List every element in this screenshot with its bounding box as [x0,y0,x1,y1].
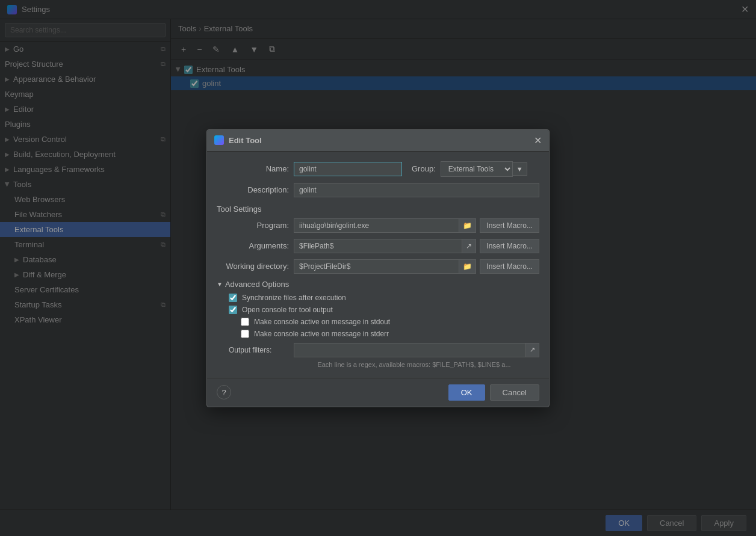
console-stderr-row: Make console active on message in stderr [217,330,539,338]
arguments-field: ↗ [294,239,476,253]
working-directory-browse-button[interactable]: 📁 [459,259,476,274]
working-directory-label: Working directory: [217,262,289,271]
name-input[interactable] [294,162,402,176]
modal-header: Edit Tool ✕ [207,130,549,152]
working-directory-input-group: 📁 Insert Macro... [294,259,539,274]
advanced-arrow-icon: ▼ [217,281,223,288]
arguments-macro-button[interactable]: Insert Macro... [480,239,539,253]
group-label-text: Group: [412,164,436,173]
help-button[interactable]: ? [217,385,231,399]
program-label: Program: [217,221,289,230]
open-console-row: Open console for tool output [217,306,539,314]
sync-files-checkbox[interactable] [229,294,237,302]
modal-app-icon [214,135,224,145]
edit-tool-modal: Edit Tool ✕ Name: Group: External Tools … [206,129,550,407]
console-stdout-label: Make console active on message in stdout [254,318,390,326]
advanced-section: ▼ Advanced Options Synchronize files aft… [217,280,539,368]
console-stdout-checkbox[interactable] [241,318,249,326]
group-dropdown-button[interactable]: ▼ [513,162,527,176]
modal-body: Name: Group: External Tools ▼ Descriptio… [207,152,549,378]
arguments-input[interactable] [294,239,462,253]
description-row: Description: [217,183,539,197]
program-field: 📁 [294,218,476,233]
working-directory-field: 📁 [294,259,476,274]
console-stdout-row: Make console active on message in stdout [217,318,539,326]
description-label: Description: [217,185,289,194]
program-browse-button[interactable]: 📁 [459,218,476,233]
output-filters-label: Output filters: [229,346,289,354]
hint-text: Each line is a regex, available macros: … [217,361,539,368]
modal-title-text: Edit Tool [229,136,262,145]
description-input[interactable] [294,183,539,197]
working-directory-macro-button[interactable]: Insert Macro... [480,259,539,274]
program-row: Program: 📁 Insert Macro... [217,218,539,233]
modal-title: Edit Tool [214,135,262,145]
program-input-group: 📁 Insert Macro... [294,218,539,233]
modal-close-button[interactable]: ✕ [534,135,542,146]
group-select[interactable]: External Tools [441,161,513,177]
output-filters-expand-button[interactable]: ↗ [525,343,539,357]
tool-settings-header: Tool Settings [217,205,539,214]
open-console-label: Open console for tool output [242,306,333,314]
open-console-checkbox[interactable] [229,306,237,314]
console-stderr-checkbox[interactable] [241,330,249,338]
advanced-toggle-label: Advanced Options [225,280,289,289]
arguments-row: Arguments: ↗ Insert Macro... [217,239,539,253]
sync-files-row: Synchronize files after execution [217,294,539,302]
output-filters-row: Output filters: ↗ [217,343,539,357]
group-dropdown: External Tools ▼ [441,161,527,177]
arguments-input-group: ↗ Insert Macro... [294,239,539,253]
modal-footer: ? OK Cancel [207,378,549,407]
program-input[interactable] [294,218,459,233]
arguments-label: Arguments: [217,241,289,250]
working-directory-input[interactable] [294,259,459,274]
name-row: Name: Group: External Tools ▼ [217,161,539,177]
modal-footer-actions: OK Cancel [448,384,539,401]
output-filters-field: ↗ [294,343,539,357]
modal-ok-button[interactable]: OK [448,384,485,401]
working-directory-row: Working directory: 📁 Insert Macro... [217,259,539,274]
output-filters-input[interactable] [294,343,525,357]
console-stderr-label: Make console active on message in stderr [254,330,389,338]
advanced-toggle[interactable]: ▼ Advanced Options [217,280,539,289]
modal-cancel-button[interactable]: Cancel [490,384,539,401]
sync-files-label: Synchronize files after execution [242,294,346,302]
program-macro-button[interactable]: Insert Macro... [480,218,539,233]
modal-overlay: Edit Tool ✕ Name: Group: External Tools … [0,0,756,536]
arguments-expand-button[interactable]: ↗ [462,239,476,253]
name-label: Name: [217,164,289,173]
